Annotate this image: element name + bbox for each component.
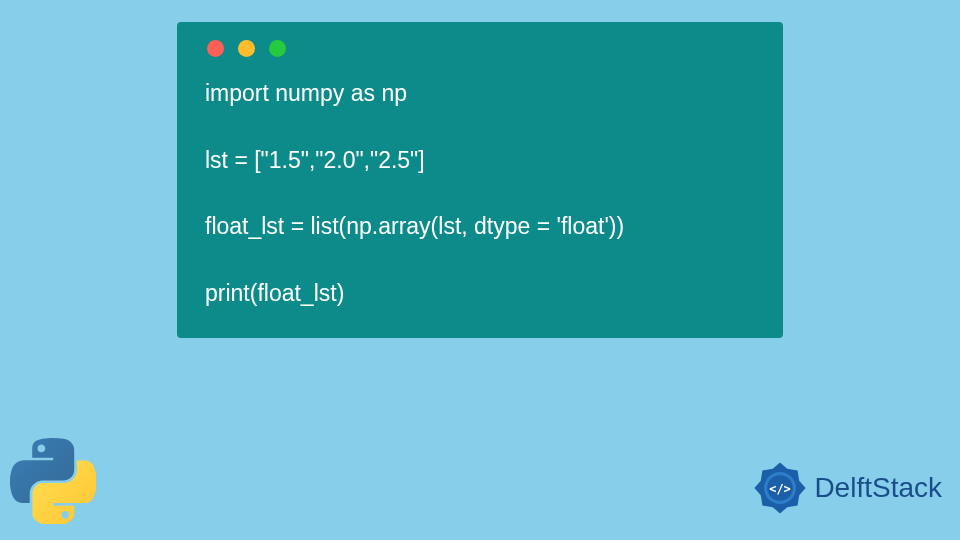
code-line-3: lst = ["1.5","2.0","2.5"]	[205, 147, 425, 173]
code-line-7: print(float_lst)	[205, 280, 344, 306]
delftstack-brand-text: DelftStack	[814, 472, 942, 504]
maximize-icon	[269, 40, 286, 57]
code-line-5: float_lst = list(np.array(lst, dtype = '…	[205, 213, 624, 239]
code-window: import numpy as np lst = ["1.5","2.0","2…	[177, 22, 783, 338]
delftstack-badge-icon: </>	[752, 460, 808, 516]
minimize-icon	[238, 40, 255, 57]
delftstack-logo: </> DelftStack	[752, 460, 942, 516]
python-logo-icon	[10, 438, 96, 524]
close-icon	[207, 40, 224, 57]
window-controls	[205, 40, 755, 57]
svg-text:</>: </>	[770, 482, 792, 496]
code-block: import numpy as np lst = ["1.5","2.0","2…	[205, 77, 755, 310]
code-line-1: import numpy as np	[205, 80, 407, 106]
